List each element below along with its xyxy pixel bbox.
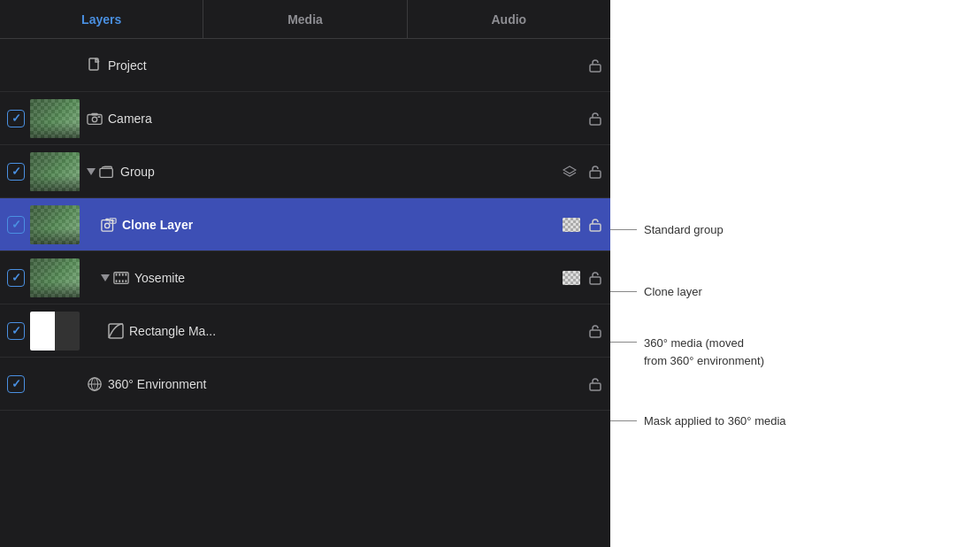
layer-name-project: Project — [108, 58, 580, 73]
layer-name-360: 360° Environment — [108, 377, 580, 391]
lock-icon-camera[interactable] — [587, 111, 603, 127]
checkbox-group[interactable] — [7, 163, 25, 181]
thumbnail-mask — [30, 312, 80, 351]
group-icon — [99, 164, 115, 180]
annotation-360-media: 360° media (movedfrom 360° environment) — [610, 335, 764, 369]
svg-rect-17 — [119, 274, 120, 276]
svg-rect-13 — [590, 224, 601, 231]
tab-audio[interactable]: Audio — [408, 0, 610, 38]
annotation-standard-group: Standard group — [610, 223, 724, 236]
svg-rect-7 — [100, 168, 112, 177]
svg-rect-25 — [109, 324, 123, 338]
lock-icon-group[interactable] — [587, 164, 603, 180]
stacked-layers-icon — [563, 166, 577, 178]
tab-media-label: Media — [287, 12, 323, 27]
annotation-mask: Mask applied to 360° media — [610, 414, 786, 428]
mini-thumb-yosemite — [563, 271, 580, 285]
annotation-text-clone-layer: Clone layer — [644, 285, 702, 298]
layers-list: Project Camera — [0, 39, 610, 547]
film-icon — [113, 270, 129, 286]
triangle-yosemite[interactable] — [101, 274, 110, 281]
tab-media[interactable]: Media — [203, 0, 407, 38]
layer-name-clone: Clone Layer — [122, 218, 557, 232]
svg-rect-26 — [590, 330, 601, 337]
layer-name-yosemite: Yosemite — [134, 271, 557, 285]
layers-panel: Layers Media Audio Project — [0, 0, 610, 547]
lock-icon-mask[interactable] — [587, 323, 603, 339]
svg-rect-24 — [590, 277, 601, 284]
thumbnail-yosemite — [30, 258, 80, 297]
svg-rect-20 — [116, 280, 118, 282]
svg-rect-8 — [590, 171, 601, 178]
ann-connector-360 — [610, 342, 637, 343]
layer-row-360-env[interactable]: 360° Environment — [0, 358, 610, 411]
checkbox-yosemite[interactable] — [7, 269, 25, 287]
layer-row-clone[interactable]: Clone Layer — [0, 198, 610, 251]
svg-point-10 — [105, 223, 110, 227]
lock-icon-project[interactable] — [587, 58, 603, 73]
svg-rect-1 — [590, 65, 601, 72]
svg-rect-18 — [122, 274, 124, 276]
checkbox-clone[interactable] — [7, 216, 25, 234]
ann-connector-standard-group — [610, 229, 637, 230]
checkbox-camera[interactable] — [7, 110, 25, 127]
svg-point-3 — [92, 117, 96, 121]
layer-name-mask: Rectangle Ma... — [129, 324, 580, 338]
svg-rect-16 — [116, 274, 118, 276]
360-icon — [87, 376, 103, 392]
mini-thumb-clone — [563, 218, 580, 232]
thumbnail-group — [30, 152, 80, 191]
layer-row-group[interactable]: Group — [0, 145, 610, 198]
triangle-group[interactable] — [87, 168, 96, 175]
svg-rect-11 — [105, 218, 109, 220]
layer-row-yosemite[interactable]: Yosemite — [0, 251, 610, 304]
svg-rect-6 — [590, 118, 601, 125]
lock-icon-yosemite[interactable] — [587, 270, 603, 286]
svg-rect-22 — [122, 280, 124, 282]
layer-row-camera[interactable]: Camera — [0, 92, 610, 145]
thumbnail-camera — [30, 99, 80, 138]
svg-rect-23 — [126, 280, 127, 282]
layer-row-project[interactable]: Project — [0, 39, 610, 92]
svg-rect-21 — [119, 280, 120, 282]
tab-layers[interactable]: Layers — [0, 0, 203, 38]
svg-rect-2 — [88, 114, 102, 124]
tab-bar: Layers Media Audio — [0, 0, 610, 39]
annotation-text-360: 360° media (movedfrom 360° environment) — [644, 335, 764, 369]
thumbnail-clone — [30, 205, 80, 244]
checkbox-mask[interactable] — [7, 322, 25, 340]
ann-connector-mask — [610, 420, 637, 421]
svg-rect-5 — [98, 116, 101, 118]
annotation-text-standard-group: Standard group — [644, 223, 724, 236]
camera-icon — [87, 111, 103, 127]
annotations-panel: Standard group Clone layer 360° media (m… — [610, 0, 980, 547]
checkbox-360[interactable] — [7, 375, 25, 393]
ann-connector-clone-layer — [610, 291, 637, 292]
layer-name-group: Group — [120, 165, 563, 179]
tab-layers-label: Layers — [81, 12, 121, 27]
lock-icon-360[interactable] — [587, 376, 603, 392]
svg-rect-31 — [590, 383, 601, 390]
document-icon — [87, 58, 103, 73]
layer-row-rectangle-mask[interactable]: Rectangle Ma... — [0, 304, 610, 358]
annotation-text-mask: Mask applied to 360° media — [644, 414, 786, 428]
mask-icon — [108, 323, 124, 339]
svg-rect-4 — [91, 112, 97, 115]
clone-icon — [101, 217, 117, 233]
annotation-clone-layer: Clone layer — [610, 285, 702, 298]
svg-rect-19 — [126, 274, 127, 276]
tab-audio-label: Audio — [491, 12, 526, 27]
lock-icon-clone[interactable] — [587, 217, 603, 233]
layer-name-camera: Camera — [108, 112, 580, 126]
